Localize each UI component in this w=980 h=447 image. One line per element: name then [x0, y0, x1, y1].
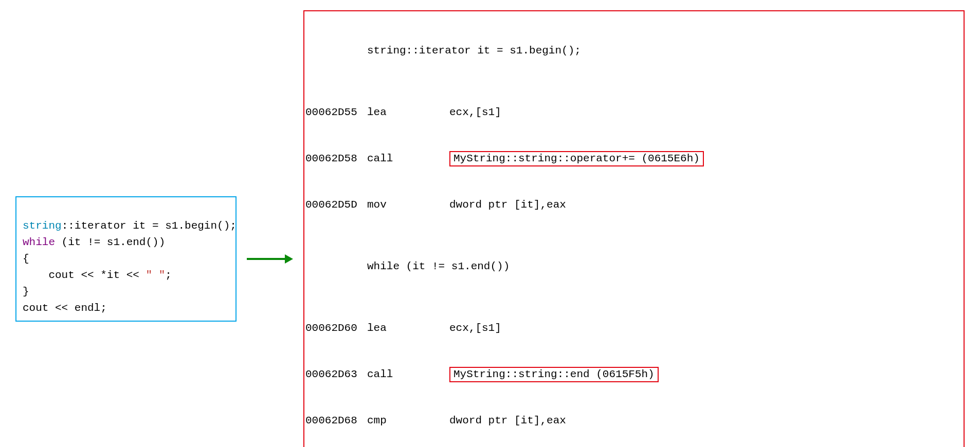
- brace-open: {: [23, 253, 29, 265]
- code-text: ::iterator it = s1.begin();: [62, 220, 237, 232]
- asm-row: 00062D58 call MyString::string::operator…: [305, 151, 960, 166]
- asm-op: mov: [367, 197, 449, 213]
- keyword-while: while: [23, 236, 55, 248]
- string-literal: " ": [146, 269, 165, 281]
- asm-row: 00062D5D mov dword ptr [it],eax: [305, 197, 960, 213]
- asm-op: lea: [367, 321, 449, 336]
- highlight-box: MyString::string::end (0615F5h): [449, 367, 659, 382]
- asm-row: 00062D68 cmp dword ptr [it],eax: [305, 413, 960, 429]
- asm-addr: 00062D55: [305, 105, 367, 120]
- asm-arg: MyString::string::end (0615F5h): [449, 367, 960, 382]
- code-text: cout << *it <<: [23, 269, 146, 281]
- code-text: ;: [165, 269, 172, 281]
- asm-arg: MyString::string::operator+= (0615E6h): [449, 151, 960, 166]
- code-text: string: [23, 220, 62, 232]
- asm-addr: 00062D60: [305, 321, 367, 336]
- asm-source-line: string::iterator it = s1.begin();: [305, 43, 960, 59]
- asm-op: cmp: [367, 413, 449, 429]
- asm-addr: 00062D68: [305, 413, 367, 429]
- brace-close: }: [23, 286, 29, 297]
- asm-row: 00062D63 call MyString::string::end (061…: [305, 367, 960, 382]
- code-text: (it != s1.end()): [55, 236, 165, 248]
- asm-addr: 00062D5D: [305, 197, 367, 213]
- arrow-container: [237, 256, 303, 262]
- asm-row: 00062D60 lea ecx,[s1]: [305, 321, 960, 336]
- asm-op: call: [367, 367, 449, 382]
- asm-arg: ecx,[s1]: [449, 321, 960, 336]
- asm-source-line: while (it != s1.end()): [305, 259, 960, 274]
- asm-arg: dword ptr [it],eax: [449, 197, 960, 213]
- row-while: string::iterator it = s1.begin(); while …: [15, 10, 965, 447]
- asm-addr: 00062D58: [305, 151, 367, 166]
- asm-op: call: [367, 151, 449, 166]
- asm-arg: dword ptr [it],eax: [449, 413, 960, 429]
- asm-op: lea: [367, 105, 449, 120]
- code-text: cout << endl;: [23, 302, 107, 314]
- asm-row: 00062D55 lea ecx,[s1]: [305, 105, 960, 120]
- highlight-box: MyString::string::operator+= (0615E6h): [449, 151, 704, 166]
- asm-arg: ecx,[s1]: [449, 105, 960, 120]
- asm-box-while: string::iterator it = s1.begin(); 00062D…: [303, 10, 965, 447]
- asm-addr: 00062D63: [305, 367, 367, 382]
- arrow-icon: [247, 256, 293, 262]
- code-box-while: string::iterator it = s1.begin(); while …: [15, 196, 237, 322]
